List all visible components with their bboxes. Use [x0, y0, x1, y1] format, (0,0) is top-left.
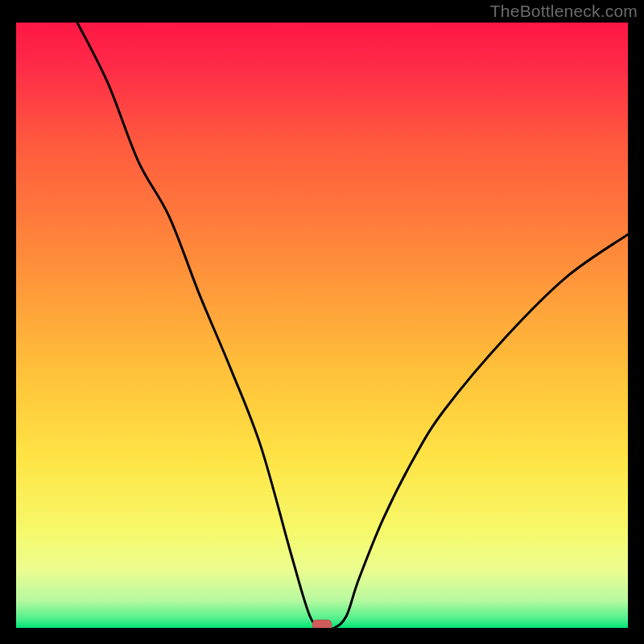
gradient-background: [16, 23, 628, 628]
attribution-text: TheBottleneck.com: [490, 2, 638, 21]
optimal-marker: [312, 620, 332, 628]
chart-container: TheBottleneck.com: [0, 0, 644, 644]
plot-area: [16, 23, 628, 628]
chart-svg: [16, 23, 628, 628]
